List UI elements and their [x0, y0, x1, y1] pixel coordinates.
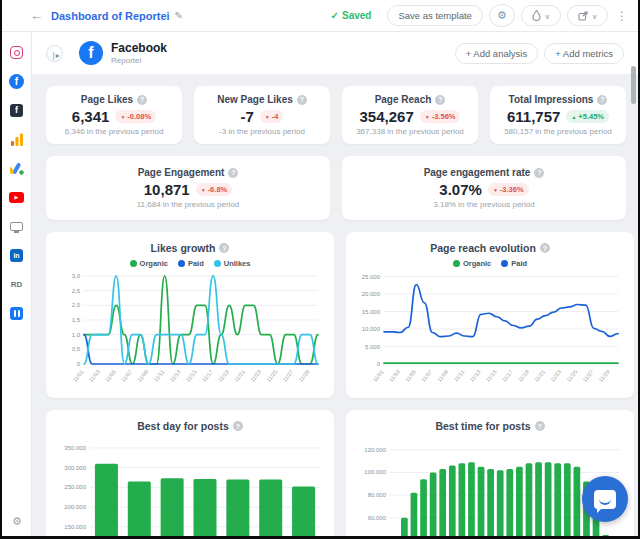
settings-button[interactable] — [489, 4, 515, 27]
collapse-icon — [50, 44, 59, 62]
chart-legend: OrganicPaidUnlikes — [54, 259, 326, 268]
help-icon[interactable] — [534, 168, 544, 178]
export-button[interactable] — [567, 5, 608, 26]
legend-item[interactable]: Organic — [130, 259, 168, 268]
delta-badge: -0.08% — [115, 110, 156, 123]
svg-text:11/05: 11/05 — [404, 369, 417, 383]
help-icon[interactable] — [435, 95, 445, 105]
sidebar-item-facebook[interactable] — [9, 73, 25, 89]
svg-text:200.000: 200.000 — [64, 504, 86, 510]
channel-title: Facebook — [111, 41, 167, 55]
kpi-previous: 580,157 in the previous period — [498, 127, 618, 136]
kpi-card-new-page-likes: New Page Likes -7-4 -3 in the previous p… — [194, 86, 330, 144]
dashboard-title[interactable]: Dashboard of Reportei — [51, 10, 170, 22]
sidebar-item-meta-business[interactable] — [9, 305, 25, 321]
svg-text:120.000: 120.000 — [364, 447, 386, 453]
svg-text:11/03: 11/03 — [88, 369, 101, 383]
delta-badge: -6.8% — [196, 183, 233, 196]
svg-text:11/17: 11/17 — [201, 369, 214, 383]
delta-badge: +5.45% — [566, 110, 609, 123]
page-reach-evolution-card: Page reach evolution OrganicPaid 05.0001… — [346, 232, 634, 398]
back-icon[interactable] — [30, 8, 43, 23]
sidebar-item-google-ads[interactable] — [9, 160, 25, 176]
svg-text:11/29: 11/29 — [598, 369, 611, 383]
svg-text:11/25: 11/25 — [565, 369, 578, 383]
help-icon[interactable] — [219, 243, 229, 253]
svg-text:0: 0 — [377, 361, 381, 367]
svg-text:11/07: 11/07 — [420, 369, 433, 383]
svg-text:1,0: 1,0 — [72, 332, 81, 338]
best-day-for-posts-chart[interactable]: 100.000150.000200.000250.000300.000350.0… — [54, 438, 326, 539]
chat-launcher[interactable] — [582, 476, 628, 522]
kpi-card-page-engagement: Page Engagement 10,871-6.8% 11,684 in th… — [46, 156, 330, 220]
help-icon[interactable] — [137, 95, 147, 105]
facebook-ads-icon — [10, 104, 23, 117]
svg-text:150.000: 150.000 — [64, 524, 86, 530]
kpi-value: 6,341 — [72, 108, 110, 125]
channel-sidebar: RD ⚙ — [2, 32, 32, 536]
linkedin-icon — [10, 249, 23, 262]
saved-label: Saved — [342, 10, 371, 21]
help-icon[interactable] — [233, 421, 243, 431]
help-icon[interactable] — [597, 95, 607, 105]
help-icon[interactable] — [535, 421, 545, 431]
svg-text:11/05: 11/05 — [104, 369, 117, 383]
legend-item[interactable]: Paid — [501, 259, 527, 268]
topbar: Dashboard of Reportei Saved Save as temp… — [2, 0, 638, 32]
sidebar-item-linkedin[interactable] — [9, 247, 25, 263]
legend-item[interactable]: Unlikes — [214, 259, 251, 268]
kpi-row-1: Page Likes 6,341-0.08% 6,346 in the prev… — [46, 86, 626, 144]
rd-station-label: RD — [11, 280, 23, 289]
svg-text:100.000: 100.000 — [364, 469, 386, 475]
svg-text:60.000: 60.000 — [368, 515, 387, 521]
svg-text:11/11: 11/11 — [453, 369, 466, 383]
svg-text:3,0: 3,0 — [72, 273, 81, 279]
edit-icon[interactable] — [175, 10, 183, 21]
add-metrics-button[interactable]: + Add metrics — [544, 43, 624, 64]
best-day-for-posts-card: Best day for posts 100.000150.000200.000… — [46, 410, 334, 539]
help-icon[interactable] — [540, 243, 550, 253]
sidebar-item-rd-station[interactable]: RD — [9, 276, 25, 292]
kpi-previous: 6,346 in the previous period — [54, 127, 174, 136]
add-analysis-button[interactable]: + Add analysis — [455, 43, 539, 64]
scrollbar-thumb[interactable] — [631, 66, 636, 104]
help-icon[interactable] — [228, 168, 238, 178]
kpi-card-page-engagement-rate: Page engagement rate 3.07%-3.36% 3.18% i… — [342, 156, 626, 220]
facebook-logo-icon — [79, 41, 103, 65]
save-as-template-button[interactable]: Save as template — [387, 5, 482, 26]
svg-text:10.000: 10.000 — [362, 326, 381, 332]
collapse-panel-button[interactable] — [46, 45, 63, 62]
kpi-label: New Page Likes — [217, 94, 293, 105]
kpi-label: Total Impressions — [509, 94, 594, 105]
delta-badge: -3.56% — [420, 110, 461, 123]
sidebar-item-google-analytics[interactable] — [9, 131, 25, 147]
sidebar-item-youtube[interactable] — [9, 189, 25, 205]
svg-text:11/23: 11/23 — [549, 369, 562, 383]
sidebar-item-facebook-ads[interactable] — [9, 102, 25, 118]
kebab-icon[interactable] — [616, 9, 628, 23]
svg-text:250.000: 250.000 — [64, 484, 86, 490]
svg-text:300.000: 300.000 — [64, 465, 86, 471]
sidebar-settings-gear-icon[interactable]: ⚙ — [2, 515, 32, 528]
svg-text:350.000: 350.000 — [64, 445, 86, 451]
svg-text:11/13: 11/13 — [168, 369, 181, 383]
gear-icon — [497, 9, 507, 22]
page-reach-evolution-chart[interactable]: 05.00010.00015.00020.00025.00011/0111/03… — [354, 268, 626, 394]
likes-growth-card: Likes growth OrganicPaidUnlikes 00,51,01… — [46, 232, 334, 398]
svg-text:11/19: 11/19 — [517, 369, 530, 383]
sidebar-item-tv[interactable] — [9, 218, 25, 234]
svg-text:11/13: 11/13 — [468, 369, 481, 383]
likes-growth-chart[interactable]: 00,51,01,52,02,53,011/0111/0311/0511/071… — [54, 268, 326, 394]
svg-text:11/01: 11/01 — [372, 369, 385, 383]
help-icon[interactable] — [297, 95, 307, 105]
kpi-card-page-reach: Page Reach 354,267-3.56% 367,338 in the … — [342, 86, 478, 144]
theme-button[interactable] — [521, 5, 561, 26]
legend-item[interactable]: Organic — [453, 259, 491, 268]
droplet-icon — [532, 10, 541, 21]
google-ads-icon — [10, 162, 24, 175]
svg-text:2,0: 2,0 — [72, 302, 81, 308]
legend-item[interactable]: Paid — [178, 259, 204, 268]
svg-text:0: 0 — [77, 361, 81, 367]
svg-text:11/07: 11/07 — [120, 369, 133, 383]
sidebar-item-instagram[interactable] — [9, 44, 25, 60]
